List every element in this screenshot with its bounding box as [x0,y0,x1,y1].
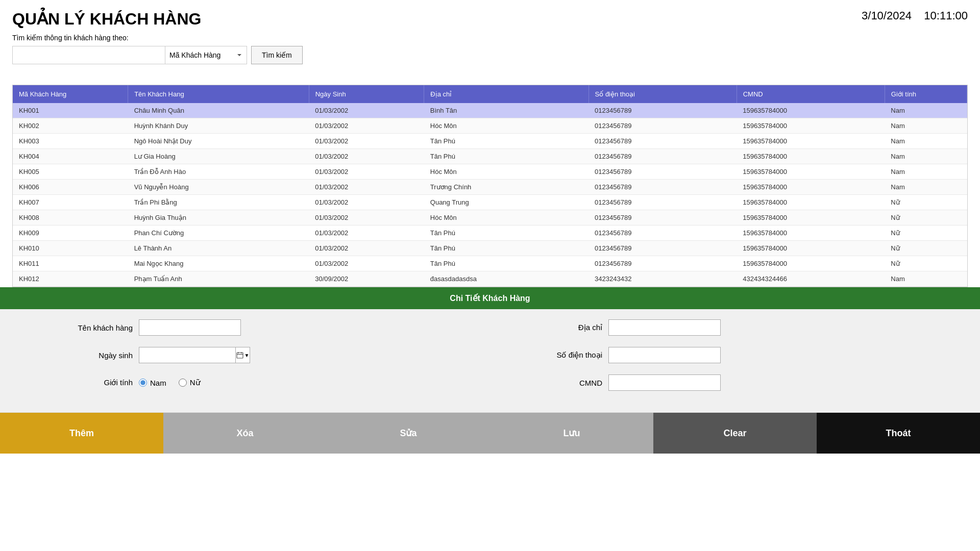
table-cell: Nam [885,271,967,287]
date-input-wrap: 03/10/2024 ▼ [139,347,250,363]
radio-group-gioi-tinh: Nam Nữ [139,378,201,387]
table-body: KH001Châu Minh Quân01/03/2002Bình Tân012… [13,103,967,287]
radio-nam-label[interactable]: Nam [139,379,166,387]
date-display: 3/10/2024 [862,9,912,22]
table-cell: Nam [885,164,967,180]
xoa-button[interactable]: Xóa [163,413,327,454]
input-ngay-sinh[interactable]: 03/10/2024 [139,347,236,363]
table-cell: 159635784000 [737,256,885,271]
table-cell: 159635784000 [737,149,885,164]
detail-body: Tên khách hàng Địa chỉ Ngày sinh 03/10/2… [0,309,980,412]
search-button[interactable]: Tìm kiếm [251,46,303,64]
spacer-1 [0,69,980,85]
table-cell: Hóc Môn [424,210,589,226]
table-cell: 0123456789 [589,226,737,241]
col-header-dia: Địa chỉ [424,85,589,103]
table-cell: KH008 [13,210,128,226]
table-cell: 159635784000 [737,226,885,241]
table-cell: Tân Phú [424,256,589,271]
table-cell: KH004 [13,149,128,164]
col-header-sdt: Số điện thoại [589,85,737,103]
them-button[interactable]: Thêm [0,413,163,454]
search-select[interactable]: Mã Khách Hàng Tên Khách Hàng Số điện tho… [165,46,247,64]
customer-table: Mã Khách Hàng Tên Khách Hang Ngày Sinh Đ… [13,85,967,287]
luu-button[interactable]: Lưu [490,413,653,454]
table-cell: Bình Tân [424,103,589,118]
thoat-button[interactable]: Thoát [817,413,980,454]
table-row[interactable]: KH002Huỳnh Khánh Duy01/03/2002Hóc Môn012… [13,118,967,134]
table-cell: 0123456789 [589,256,737,271]
table-cell: Trương Chính [424,180,589,195]
table-row[interactable]: KH008Huỳnh Gia Thuận01/03/2002Hóc Môn012… [13,210,967,226]
table-cell: 01/03/2002 [309,210,424,226]
table-cell: Trần Đỗ Anh Hào [128,164,309,180]
table-cell: KH010 [13,241,128,256]
col-header-cmnd: CMND [737,85,885,103]
table-row[interactable]: KH011Mai Ngọc Khang01/03/2002Tân Phú0123… [13,256,967,271]
radio-nam-text: Nam [150,379,166,387]
table-cell: đasasdadasdsa [424,271,589,287]
table-row[interactable]: KH005Trần Đỗ Anh Hào01/03/2002Hóc Môn012… [13,164,967,180]
input-ten[interactable] [139,319,241,336]
table-cell: Hóc Môn [424,164,589,180]
table-cell: Lư Gia Hoàng [128,149,309,164]
table-cell: Nam [885,103,967,118]
table-cell: 01/03/2002 [309,226,424,241]
table-header-row: Mã Khách Hàng Tên Khách Hang Ngày Sinh Đ… [13,85,967,103]
table-row[interactable]: KH010Lê Thành An01/03/2002Tân Phú0123456… [13,241,967,256]
label-ten: Tên khách hàng [61,323,133,332]
table-cell: KH001 [13,103,128,118]
search-input[interactable] [12,46,165,64]
table-row[interactable]: KH007Trần Phi Bằng01/03/2002Quang Trung0… [13,195,967,210]
table-cell: Nữ [885,256,967,271]
page-title: QUẢN LÝ KHÁCH HÀNG [12,9,201,29]
table-cell: Huỳnh Khánh Duy [128,118,309,134]
table-cell: Lê Thành An [128,241,309,256]
svg-rect-0 [237,353,243,358]
clear-button[interactable]: Clear [653,413,817,454]
table-cell: 0123456789 [589,149,737,164]
table-cell: 01/03/2002 [309,118,424,134]
field-cmnd: CMND [531,374,919,391]
table-cell: Trần Phi Bằng [128,195,309,210]
detail-row-2: Ngày sinh 03/10/2024 ▼ [61,347,919,363]
table-row[interactable]: KH004Lư Gia Hoàng01/03/2002Tân Phú012345… [13,149,967,164]
table-cell: 0123456789 [589,195,737,210]
table-cell: 432434324466 [737,271,885,287]
table-cell: 0123456789 [589,103,737,118]
table-cell: Tân Phú [424,149,589,164]
detail-row-3: Giới tính Nam Nữ CMND [61,374,919,391]
table-cell: KH011 [13,256,128,271]
table-cell: KH002 [13,118,128,134]
table-row[interactable]: KH003Ngô Hoài Nhật Duy01/03/2002Tân Phú0… [13,134,967,149]
sua-button[interactable]: Sửa [327,413,490,454]
table-cell: 159635784000 [737,118,885,134]
input-dia-chi[interactable] [608,319,721,336]
label-cmnd: CMND [531,379,602,387]
col-header-ma: Mã Khách Hàng [13,85,128,103]
table-cell: 0123456789 [589,241,737,256]
table-cell: KH003 [13,134,128,149]
input-cmnd[interactable] [608,374,721,391]
table-cell: 159635784000 [737,180,885,195]
table-row[interactable]: KH006Vũ Nguyễn Hoàng01/03/2002Trương Chí… [13,180,967,195]
table-cell: KH006 [13,180,128,195]
field-gioi-tinh: Giới tính Nam Nữ [61,378,449,387]
input-sdt[interactable] [608,347,721,363]
table-row[interactable]: KH009Phan Chí Cường01/03/2002Tân Phú0123… [13,226,967,241]
radio-nu[interactable] [179,379,187,387]
table-cell: Nữ [885,241,967,256]
radio-nu-label[interactable]: Nữ [179,378,201,387]
table-cell: 3423243432 [589,271,737,287]
field-ngay-sinh: Ngày sinh 03/10/2024 ▼ [61,347,449,363]
calendar-icon[interactable]: ▼ [236,347,250,363]
label-dia-chi: Địa chỉ [531,323,602,332]
table-cell: Vũ Nguyễn Hoàng [128,180,309,195]
col-header-gt: Giới tính [885,85,967,103]
radio-nam[interactable] [139,379,147,387]
table-cell: 0123456789 [589,180,737,195]
table-cell: 159635784000 [737,210,885,226]
table-cell: 0123456789 [589,210,737,226]
table-row[interactable]: KH012Phạm Tuấn Anh30/09/2002đasasdadasds… [13,271,967,287]
table-row[interactable]: KH001Châu Minh Quân01/03/2002Bình Tân012… [13,103,967,118]
